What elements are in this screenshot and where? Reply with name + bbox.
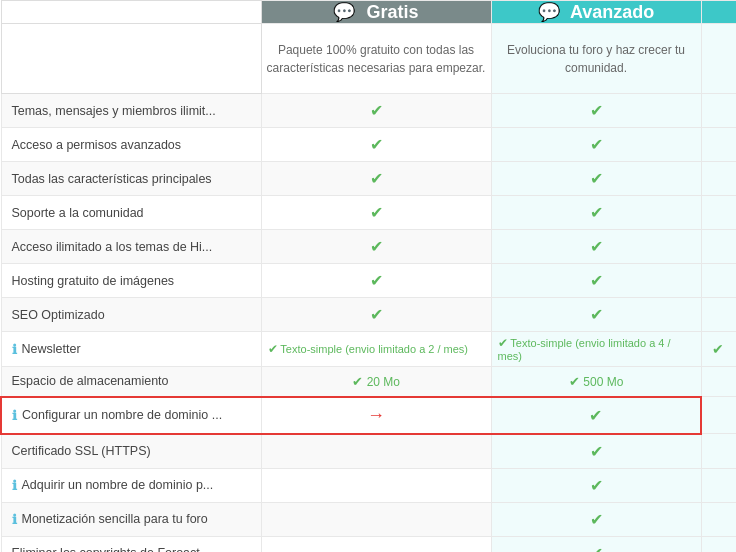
feature-row-3: Todas las características principales ✔ … xyxy=(1,162,736,196)
monetizacion-row: ℹ Monetización sencilla para tu foro ✔ xyxy=(1,502,736,536)
adquirir-row: ℹ Adquirir un nombre de dominio p... ✔ xyxy=(1,468,736,502)
ssl-avanzado: ✔ xyxy=(491,434,701,469)
ssl-row: Certificado SSL (HTTPS) ✔ xyxy=(1,434,736,469)
gratis-check-6: ✔ xyxy=(261,264,491,298)
domain-gratis: → xyxy=(261,397,491,434)
avanzado-check-1: ✔ xyxy=(491,94,701,128)
info-icon-domain: ℹ xyxy=(12,408,17,423)
feature-row-5: Acceso ilimitado a los temas de Hi... ✔ … xyxy=(1,230,736,264)
gratis-subtitle: Paquete 100% gratuito con todas las cara… xyxy=(261,24,491,94)
adquirir-label: ℹ Adquirir un nombre de dominio p... xyxy=(12,478,251,493)
info-icon-newsletter: ℹ xyxy=(12,342,17,357)
storage-avanzado: ✔ 500 Mo xyxy=(491,367,701,397)
gratis-check-3: ✔ xyxy=(261,162,491,196)
feature-row-4: Soporte a la comunidad ✔ ✔ xyxy=(1,196,736,230)
newsletter-avanzado: ✔ Texto-simple (envio limitado a 4 / mes… xyxy=(491,332,701,367)
gratis-check-5: ✔ xyxy=(261,230,491,264)
feature-name-5: Acceso ilimitado a los temas de Hi... xyxy=(12,240,251,254)
ssl-label: Certificado SSL (HTTPS) xyxy=(12,444,251,458)
storage-label: Espacio de almacenamiento xyxy=(12,374,251,388)
avanzado-subtitle: Evoluciona tu foro y haz crecer tu comun… xyxy=(491,24,701,94)
header-row: 💬 Gratis 💬 Avanzado xyxy=(1,1,736,24)
adquirir-gratis xyxy=(261,468,491,502)
feature-name-4: Soporte a la comunidad xyxy=(12,206,251,220)
feature-name-2: Acceso a permisos avanzados xyxy=(12,138,251,152)
avanzado-check-2: ✔ xyxy=(491,128,701,162)
info-icon-adquirir: ℹ xyxy=(12,478,17,493)
chat-icon-gratis: 💬 xyxy=(333,2,355,22)
feature-row-6: Hosting gratuito de imágenes ✔ ✔ xyxy=(1,264,736,298)
gratis-check-7: ✔ xyxy=(261,298,491,332)
copyrights-row: Eliminar los copyrights de Foroact... ✔ xyxy=(1,536,736,552)
gratis-check-2: ✔ xyxy=(261,128,491,162)
gratis-label: Gratis xyxy=(366,2,418,22)
storage-row: Espacio de almacenamiento ✔ 20 Mo ✔ 500 … xyxy=(1,367,736,397)
feature-name-6: Hosting gratuito de imágenes xyxy=(12,274,251,288)
feature-name-7: SEO Optimizado xyxy=(12,308,251,322)
avanzado-header: 💬 Avanzado xyxy=(491,1,701,24)
monetizacion-gratis xyxy=(261,502,491,536)
ssl-gratis xyxy=(261,434,491,469)
subtitle-row: Paquete 100% gratuito con todas las cara… xyxy=(1,24,736,94)
newsletter-row: ℹ Newsletter ✔ Texto-simple (envio limit… xyxy=(1,332,736,367)
feature-name-1: Temas, mensajes y miembros ilimit... xyxy=(12,104,251,118)
gratis-check-4: ✔ xyxy=(261,196,491,230)
extra-subtitle xyxy=(701,24,736,94)
gratis-header: 💬 Gratis xyxy=(261,1,491,24)
feature-row-1: Temas, mensajes y miembros ilimit... ✔ ✔ xyxy=(1,94,736,128)
gratis-check-1: ✔ xyxy=(261,94,491,128)
avanzado-check-5: ✔ xyxy=(491,230,701,264)
copyrights-label: Eliminar los copyrights de Foroact... xyxy=(12,546,251,552)
avanzado-check-6: ✔ xyxy=(491,264,701,298)
avanzado-label: Avanzado xyxy=(570,2,654,22)
avanzado-check-4: ✔ xyxy=(491,196,701,230)
feature-name-3: Todas las características principales xyxy=(12,172,251,186)
domain-row: ℹ Configurar un nombre de dominio ... → … xyxy=(1,397,736,434)
info-icon-monetizacion: ℹ xyxy=(12,512,17,527)
newsletter-label: ℹ Newsletter xyxy=(12,342,251,357)
copyrights-gratis xyxy=(261,536,491,552)
storage-gratis: ✔ 20 Mo xyxy=(261,367,491,397)
monetizacion-label: ℹ Monetización sencilla para tu foro xyxy=(12,512,251,527)
domain-avanzado: ✔ xyxy=(491,397,701,434)
chat-icon-avanzado: 💬 xyxy=(538,2,560,22)
red-arrow: → xyxy=(367,405,385,425)
pricing-table: 💬 Gratis 💬 Avanzado Paquete 100% gratuit… xyxy=(0,0,736,552)
avanzado-check-3: ✔ xyxy=(491,162,701,196)
pricing-container: 💬 Gratis 💬 Avanzado Paquete 100% gratuit… xyxy=(0,0,736,552)
feature-row-2: Acceso a permisos avanzados ✔ ✔ xyxy=(1,128,736,162)
feature-row-7: SEO Optimizado ✔ ✔ xyxy=(1,298,736,332)
avanzado-check-7: ✔ xyxy=(491,298,701,332)
monetizacion-avanzado: ✔ xyxy=(491,502,701,536)
domain-label: ℹ Configurar un nombre de dominio ... xyxy=(12,408,251,423)
copyrights-avanzado: ✔ xyxy=(491,536,701,552)
extra-header xyxy=(701,1,736,24)
newsletter-gratis: ✔ Texto-simple (envio limitado a 2 / mes… xyxy=(261,332,491,367)
adquirir-avanzado: ✔ xyxy=(491,468,701,502)
